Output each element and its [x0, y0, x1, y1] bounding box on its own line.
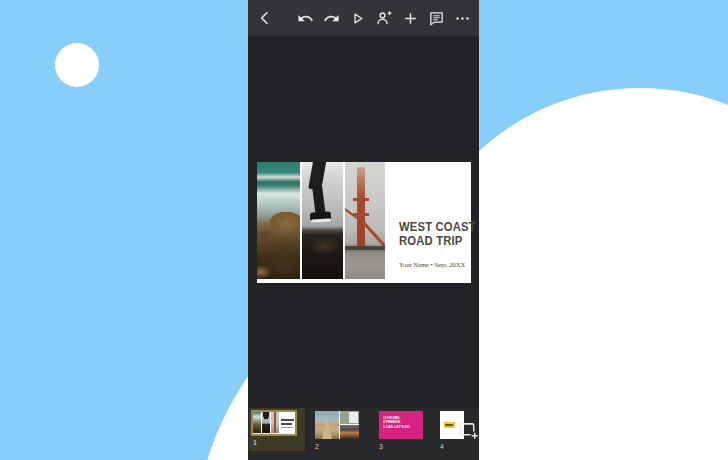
add-slide-button[interactable]	[459, 422, 479, 444]
add-slide-icon	[459, 422, 479, 445]
toolbar-actions	[295, 8, 473, 28]
decorative-circle-small	[55, 43, 99, 87]
photo-golden-gate-bridge[interactable]	[345, 162, 385, 279]
share-button[interactable]	[374, 8, 394, 28]
filmstrip-scroll-area[interactable]: 1 2 12 HOURS, 4 FRIENDS, 1 CAR. LET'S GO…	[248, 408, 464, 460]
slide-number-3: 3	[379, 443, 383, 450]
slide-subtitle[interactable]: Your Name • Sept. 20XX	[399, 261, 469, 268]
slide-number-4: 4	[440, 443, 444, 450]
undo-button[interactable]	[295, 8, 315, 28]
slide-number-1: 1	[253, 439, 257, 446]
present-button[interactable]	[348, 8, 368, 28]
photo-hiker-leg[interactable]	[302, 162, 343, 279]
filmstrip: 1 2 12 HOURS, 4 FRIENDS, 1 CAR. LET'S GO…	[248, 408, 479, 460]
bridge-tower	[357, 167, 365, 249]
slide-title[interactable]: WEST COAST ROAD TRIP	[399, 220, 469, 248]
slide-title-line1: WEST COAST	[399, 220, 462, 234]
redo-icon	[323, 10, 340, 27]
insert-button[interactable]	[400, 8, 420, 28]
slide-number-2: 2	[315, 443, 319, 450]
plus-icon	[402, 10, 419, 27]
more-horiz-icon	[454, 10, 471, 27]
redo-button[interactable]	[321, 8, 341, 28]
play-icon	[350, 11, 365, 26]
slide3-text: 12 HOURS, 4 FRIENDS, 1 CAR. LET'S GO.	[383, 416, 423, 429]
toolbar	[248, 0, 479, 36]
comments-button[interactable]	[427, 8, 447, 28]
slide-thumbnail-1[interactable]	[251, 410, 297, 436]
slide-canvas[interactable]: WEST COAST ROAD TRIP Your Name • Sept. 2…	[257, 162, 471, 283]
person-add-icon	[375, 9, 393, 27]
more-options-button[interactable]	[453, 8, 473, 28]
back-button[interactable]	[255, 8, 275, 28]
photo-ocean-rocks[interactable]	[257, 162, 300, 279]
slide-thumbnail-3[interactable]: 12 HOURS, 4 FRIENDS, 1 CAR. LET'S GO.	[379, 411, 423, 439]
undo-icon	[297, 10, 314, 27]
chevron-left-icon	[256, 9, 274, 27]
comment-icon	[428, 10, 445, 27]
phone-screen: WEST COAST ROAD TRIP Your Name • Sept. 2…	[248, 0, 479, 460]
slide-title-line2: ROAD TRIP	[399, 234, 462, 248]
screen-background: WEST COAST ROAD TRIP Your Name • Sept. 2…	[0, 0, 728, 460]
slide-thumbnail-2[interactable]	[315, 411, 359, 439]
